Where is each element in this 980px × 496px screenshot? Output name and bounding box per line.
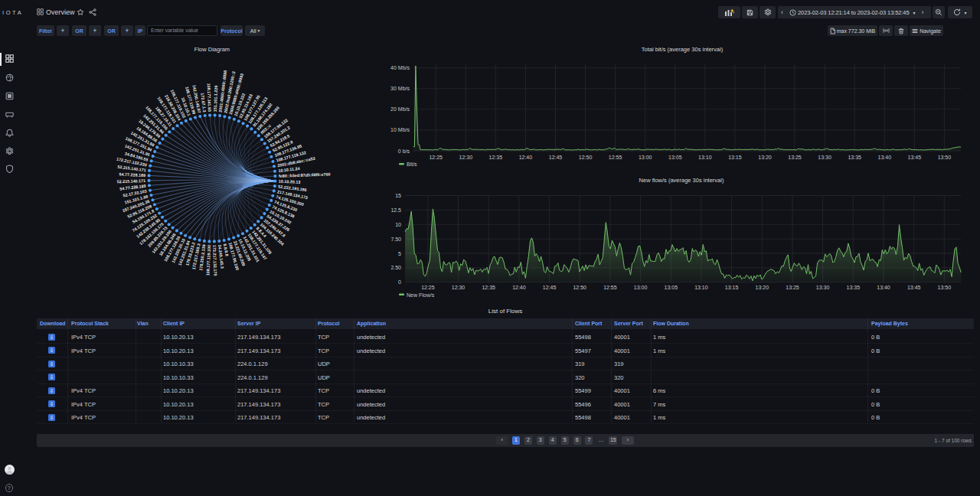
svg-text:13:35: 13:35 <box>847 285 861 290</box>
svg-text:13:45: 13:45 <box>908 155 922 160</box>
svg-text:13:30: 13:30 <box>816 285 830 290</box>
svg-text:13:10: 13:10 <box>698 155 712 160</box>
svg-text:10: 10 <box>395 222 401 227</box>
svg-text:13:40: 13:40 <box>878 155 892 160</box>
svg-text:13:25: 13:25 <box>786 285 799 290</box>
svg-text:Bit/s: Bit/s <box>407 162 417 167</box>
svg-text:13:45: 13:45 <box>907 285 921 290</box>
svg-text:12:30: 12:30 <box>452 285 466 290</box>
svg-text:12:45: 12:45 <box>549 155 563 160</box>
svg-text:13:20: 13:20 <box>756 285 769 290</box>
svg-text:2.50: 2.50 <box>390 265 401 270</box>
svg-text:20 Mb/s: 20 Mb/s <box>390 106 410 112</box>
svg-text:13:15: 13:15 <box>725 285 739 290</box>
svg-text:0 b/s: 0 b/s <box>398 148 410 154</box>
svg-text:13:40: 13:40 <box>877 285 890 290</box>
svg-text:12:25: 12:25 <box>429 155 443 160</box>
svg-text:12:50: 12:50 <box>573 285 586 290</box>
svg-text:15: 15 <box>395 193 401 198</box>
svg-text:12:40: 12:40 <box>512 285 526 290</box>
svg-text:13:00: 13:00 <box>639 155 652 160</box>
svg-text:13:30: 13:30 <box>818 155 831 160</box>
svg-text:13:50: 13:50 <box>938 285 952 290</box>
svg-text:12:50: 12:50 <box>579 155 593 160</box>
svg-text:30 Mb/s: 30 Mb/s <box>390 86 410 91</box>
svg-text:12:35: 12:35 <box>489 155 503 160</box>
svg-text:13:50: 13:50 <box>938 155 952 160</box>
svg-text:13:35: 13:35 <box>848 155 861 160</box>
svg-text:13:10: 13:10 <box>694 285 708 290</box>
svg-text:12:35: 12:35 <box>482 285 495 290</box>
svg-text:0: 0 <box>398 279 401 285</box>
svg-text:12:55: 12:55 <box>603 285 617 290</box>
svg-text:12.5: 12.5 <box>390 207 401 213</box>
svg-text:13:15: 13:15 <box>728 155 742 160</box>
svg-text:13:00: 13:00 <box>634 285 648 290</box>
svg-text:12:25: 12:25 <box>421 285 435 290</box>
svg-text:13:20: 13:20 <box>758 155 772 160</box>
svg-text:7.50: 7.50 <box>390 237 401 242</box>
svg-text:12:55: 12:55 <box>609 155 622 160</box>
svg-text:10 Mb/s: 10 Mb/s <box>390 127 410 132</box>
svg-text:12:45: 12:45 <box>543 285 557 290</box>
svg-text:New Flow/s: New Flow/s <box>407 292 435 298</box>
svg-text:13:05: 13:05 <box>665 285 678 290</box>
svg-text:5: 5 <box>398 251 401 256</box>
svg-text:13:05: 13:05 <box>668 155 682 160</box>
svg-text:12:40: 12:40 <box>519 155 533 160</box>
svg-text:40 Mb/s: 40 Mb/s <box>390 65 410 70</box>
svg-text:13:25: 13:25 <box>788 155 802 160</box>
svg-text:12:30: 12:30 <box>459 155 473 160</box>
